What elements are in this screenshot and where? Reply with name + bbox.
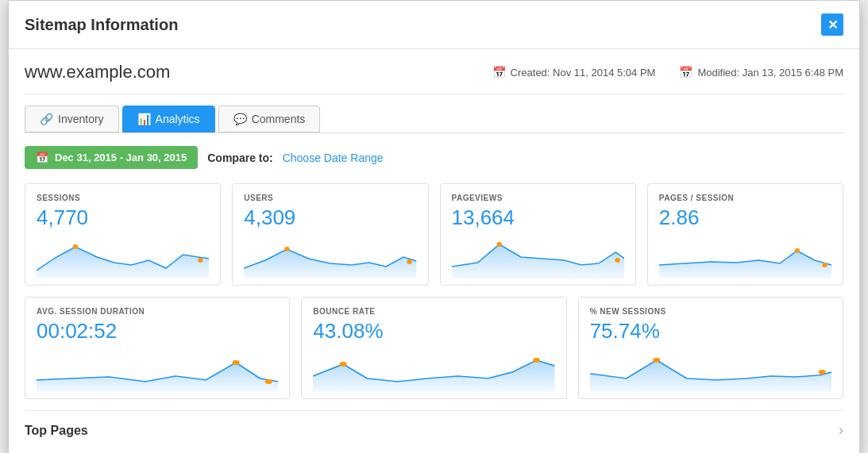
avg-session-label: AVG. SESSION DURATION (37, 307, 278, 316)
meta-info: 📅 Created: Nov 11, 2014 5:04 PM 📅 Modifi… (492, 66, 843, 79)
metrics-row-1: SESSIONS 4,770 USERS 4,309 (25, 183, 843, 286)
date-range-value: Dec 31, 2015 - Jan 30, 2015 (55, 152, 187, 163)
date-bar: 📅 Dec 31, 2015 - Jan 30, 2015 Compare to… (25, 146, 843, 169)
sitemap-modal: Sitemap Information ✕ www.example.com 📅 … (8, 0, 860, 453)
calendar-icon-created: 📅 (492, 66, 506, 79)
metric-avg-session: AVG. SESSION DURATION 00:02:52 (25, 297, 290, 399)
modal-title: Sitemap Information (25, 16, 178, 34)
svg-point-1 (73, 244, 79, 249)
calendar-icon-green: 📅 (36, 152, 48, 163)
analytics-icon: 📊 (137, 113, 151, 125)
metric-new-sessions: % NEW SESSIONS 75.74% (578, 297, 843, 399)
pageviews-value: 13,664 (452, 205, 624, 230)
pages-session-value: 2.86 (659, 205, 831, 230)
modal-body: www.example.com 📅 Created: Nov 11, 2014 … (9, 49, 859, 453)
site-url: www.example.com (25, 62, 170, 83)
tab-inventory[interactable]: 🔗 Inventory (25, 106, 119, 132)
bounce-rate-chart (313, 348, 554, 392)
new-sessions-value: 75.74% (590, 319, 831, 344)
metrics-row-2: AVG. SESSION DURATION 00:02:52 BOUNCE RA… (25, 297, 843, 399)
svg-point-13 (233, 360, 240, 365)
svg-point-5 (407, 259, 413, 264)
svg-marker-18 (590, 360, 831, 392)
pageviews-chart (452, 235, 624, 278)
svg-point-14 (265, 379, 272, 384)
close-button[interactable]: ✕ (821, 13, 843, 36)
svg-point-7 (496, 242, 502, 247)
users-chart (244, 235, 416, 278)
svg-point-2 (198, 258, 203, 263)
top-pages-row[interactable]: Top Pages › (25, 410, 843, 442)
divider (25, 94, 843, 94)
metric-sessions: SESSIONS 4,770 (25, 183, 221, 286)
comments-icon: 💬 (233, 113, 247, 125)
tab-analytics[interactable]: 📊 Analytics (122, 106, 215, 132)
created-label: Created: Nov 11, 2014 5:04 PM (511, 67, 656, 79)
users-value: 4,309 (244, 205, 416, 230)
svg-point-17 (533, 358, 540, 363)
modal-header: Sitemap Information ✕ (9, 1, 859, 49)
avg-session-value: 00:02:52 (37, 319, 278, 344)
metric-users: USERS 4,309 (232, 183, 428, 286)
svg-marker-15 (313, 360, 554, 392)
svg-point-10 (794, 248, 800, 253)
sessions-value: 4,770 (37, 205, 209, 230)
tab-inventory-label: Inventory (58, 113, 104, 125)
sessions-chart (37, 235, 209, 278)
new-sessions-chart (590, 348, 831, 392)
tab-comments[interactable]: 💬 Comments (218, 106, 321, 132)
created-meta: 📅 Created: Nov 11, 2014 5:04 PM (492, 66, 656, 79)
tabs-bar: 🔗 Inventory 📊 Analytics 💬 Comments (25, 106, 843, 133)
chevron-right-icon[interactable]: › (839, 422, 843, 439)
pageviews-label: PAGEVIEWS (452, 194, 624, 202)
bounce-rate-label: BOUNCE RATE (313, 307, 554, 316)
sessions-label: SESSIONS (37, 194, 209, 202)
metric-bounce-rate: BOUNCE RATE 43.08% (301, 297, 566, 399)
choose-date-range-link[interactable]: Choose Date Range (283, 152, 384, 164)
metric-pages-session: PAGES / SESSION 2.86 (647, 183, 843, 286)
bounce-rate-value: 43.08% (313, 319, 554, 344)
svg-point-16 (340, 362, 347, 367)
users-label: USERS (244, 194, 416, 202)
compare-label: Compare to: (207, 152, 272, 164)
inventory-icon: 🔗 (40, 113, 53, 125)
pages-session-label: PAGES / SESSION (659, 194, 831, 202)
avg-session-chart (37, 348, 278, 392)
metric-pageviews: PAGEVIEWS 13,664 (440, 183, 636, 286)
svg-point-19 (653, 358, 660, 363)
pages-session-chart (659, 235, 831, 278)
modified-label: Modified: Jan 13, 2015 6:48 PM (697, 67, 843, 79)
tab-analytics-label: Analytics (156, 113, 200, 125)
date-range-button[interactable]: 📅 Dec 31, 2015 - Jan 30, 2015 (25, 146, 198, 169)
svg-marker-0 (37, 247, 209, 278)
modified-meta: 📅 Modified: Jan 13, 2015 6:48 PM (679, 66, 843, 79)
svg-point-20 (818, 370, 825, 374)
svg-marker-6 (452, 244, 624, 278)
svg-point-11 (822, 263, 827, 267)
site-row: www.example.com 📅 Created: Nov 11, 2014 … (25, 62, 843, 83)
calendar-icon-modified: 📅 (679, 66, 692, 79)
new-sessions-label: % NEW SESSIONS (590, 307, 831, 316)
svg-point-4 (284, 247, 290, 251)
top-pages-label: Top Pages (25, 424, 88, 438)
tab-comments-label: Comments (252, 113, 306, 125)
svg-point-8 (615, 258, 620, 263)
